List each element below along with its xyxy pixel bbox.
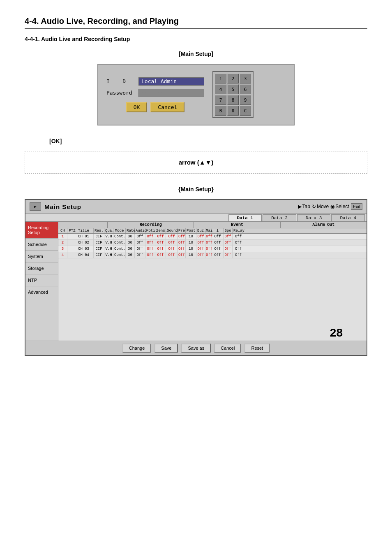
login-buttons: OK Cancel	[106, 102, 204, 112]
row-mail: Off	[205, 240, 212, 246]
sh-relay: Relay	[233, 228, 244, 233]
row-pre: Off	[178, 240, 186, 246]
sidebar-item-advanced[interactable]: Advanced	[25, 286, 58, 298]
numpad: 1 2 3 4 5 6 7 8 9 B 0 C	[212, 71, 254, 118]
page-number: 28	[330, 326, 343, 339]
sidebar-item-ntp[interactable]: NTP	[25, 274, 58, 286]
user-id-label: I D	[106, 78, 135, 84]
table-row[interactable]: 3 CH 03 CIF V.H Cont. 30 Off Off Off Off…	[58, 246, 367, 252]
row-relay: Off	[233, 252, 244, 258]
password-input[interactable]	[138, 89, 204, 97]
sh-sound: Sound	[166, 228, 178, 233]
save-as-button[interactable]: Save as	[181, 344, 211, 353]
sh-ch: CH	[58, 228, 67, 233]
login-user-row: I D	[106, 77, 204, 86]
dvr-icon: ▶	[30, 202, 41, 211]
ok-label: [OK]	[49, 138, 367, 144]
row-audio: Off	[135, 252, 145, 258]
dvr-footer: Change Save Save as Cancel Reset	[25, 341, 367, 355]
row-spot: Off	[224, 240, 233, 246]
toolbar-move[interactable]: ↻ Move	[312, 204, 329, 209]
exit-label: Exit	[353, 204, 360, 209]
numpad-key-3[interactable]: 3	[240, 74, 251, 84]
col-title	[91, 222, 108, 228]
row-moti: Off	[145, 234, 155, 239]
tab-data3[interactable]: Data 3	[297, 214, 331, 221]
row-mail: Off	[205, 252, 212, 258]
row-sound: Off	[166, 252, 178, 258]
sh-title: Title	[77, 228, 94, 233]
row-audio: Off	[135, 234, 145, 239]
sh-audio: Audio	[135, 228, 145, 233]
row-relay: Off	[233, 234, 244, 239]
numpad-key-2[interactable]: 2	[227, 74, 239, 84]
numpad-key-7[interactable]: 7	[215, 95, 226, 105]
tab-label: Tab	[302, 204, 310, 209]
row-mode: Cont.	[113, 252, 126, 258]
cancel-button[interactable]: Cancel	[214, 344, 241, 353]
row-mail2: Off	[212, 246, 224, 252]
row-rate: 30	[126, 240, 135, 246]
sh-moti: Moti.	[145, 228, 155, 233]
numpad-key-0[interactable]: 0	[227, 106, 239, 116]
tab-data2[interactable]: Data 2	[263, 214, 296, 221]
numpad-key-b[interactable]: B	[215, 106, 226, 116]
row-rate: 30	[126, 246, 135, 252]
sh-qua: Qua.	[104, 228, 113, 233]
row-moti: Off	[145, 246, 155, 252]
table-row[interactable]: 1 CH 01 CIF V.H Cont. 30 Off Off Off Off…	[58, 234, 367, 240]
toolbar-select[interactable]: ◉ Select	[330, 204, 349, 209]
username-input[interactable]	[138, 77, 204, 86]
login-dialog-container: I D Password OK Cancel 1 2 3 4	[25, 64, 367, 125]
dvr-header: ▶ Main Setup ▶ Tab ↻ Move ◉ Select E	[25, 200, 367, 214]
save-button[interactable]: Save	[154, 344, 178, 353]
row-post: 10	[186, 234, 196, 239]
row-sens: Off	[155, 246, 166, 252]
tab-data1[interactable]: Data 1	[228, 214, 262, 221]
row-ptz	[67, 234, 77, 239]
numpad-key-6[interactable]: 6	[240, 84, 251, 94]
sidebar-item-system[interactable]: System	[25, 251, 58, 262]
dvr-icon-text: ▶	[34, 204, 36, 209]
sub-title: 4-4-1. Audio Live and Recording Setup	[25, 36, 367, 42]
row-title: CH 03	[77, 246, 94, 252]
sidebar-item-schedule[interactable]: Schedule	[25, 239, 58, 251]
ok-button[interactable]: OK	[126, 102, 148, 112]
dvr-toolbar: ▶ Tab ↻ Move ◉ Select Exit	[298, 203, 362, 210]
toolbar-exit[interactable]: Exit	[351, 203, 362, 210]
sh-res: Res.	[94, 228, 104, 233]
row-moti: Off	[145, 240, 155, 246]
numpad-key-c[interactable]: C	[240, 106, 251, 116]
dvr-data-tabs: Data 1 Data 2 Data 3 Data 4	[25, 214, 367, 222]
table-row[interactable]: 4 CH 04 CIF V.H Cont. 30 Off Off Off Off…	[58, 252, 367, 258]
row-res: CIF	[94, 252, 104, 258]
col-event: Event	[194, 222, 280, 228]
row-mode: Cont.	[113, 246, 126, 252]
reset-button[interactable]: Reset	[244, 344, 270, 353]
table-row[interactable]: 2 CH 02 CIF V.H Cont. 30 Off Off Off Off…	[58, 240, 367, 246]
tab-data4[interactable]: Data 4	[331, 214, 365, 221]
numpad-key-5[interactable]: 5	[227, 84, 239, 94]
change-button[interactable]: Change	[122, 344, 152, 353]
sidebar-item-recording-setup[interactable]: RecordingSetup	[25, 222, 58, 239]
toolbar-tab[interactable]: ▶ Tab	[298, 204, 310, 209]
row-res: CIF	[94, 246, 104, 252]
row-moti: Off	[145, 252, 155, 258]
row-res: CIF	[94, 240, 104, 246]
numpad-key-1[interactable]: 1	[215, 74, 226, 84]
dvr-container: ▶ Main Setup ▶ Tab ↻ Move ◉ Select E	[25, 199, 367, 356]
cancel-button[interactable]: Cancel	[150, 102, 184, 112]
sh-pre: Pre	[178, 228, 186, 233]
empty-rows	[58, 258, 367, 341]
sidebar-item-storage[interactable]: Storage	[25, 262, 58, 274]
arrow-box: arrow (▲▼)	[25, 151, 367, 174]
row-sens: Off	[155, 252, 166, 258]
numpad-key-4[interactable]: 4	[215, 84, 226, 94]
sh-mode: Mode	[113, 228, 126, 233]
sh-spot: Spo	[224, 228, 233, 233]
row-sens: Off	[155, 234, 166, 239]
numpad-key-9[interactable]: 9	[240, 95, 251, 105]
row-title: CH 02	[77, 240, 94, 246]
row-sens: Off	[155, 240, 166, 246]
numpad-key-8[interactable]: 8	[227, 95, 239, 105]
